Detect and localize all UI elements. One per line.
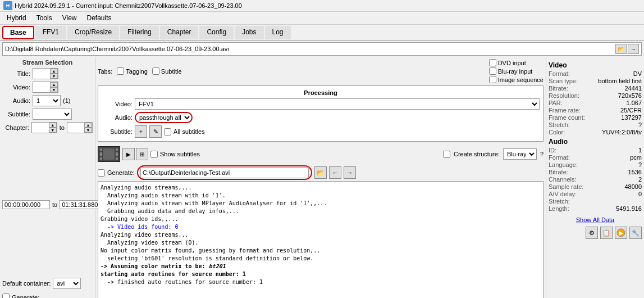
subtitle-select[interactable]	[33, 109, 72, 120]
title-row: Title: 1 ▲ ▼	[2, 68, 93, 79]
processing-box: Processing Video: FFV1 Audio: passthroug…	[98, 85, 543, 142]
chapter-from-input[interactable]: 0	[32, 124, 49, 132]
log-line-6: Analyzing video streams...	[101, 231, 541, 239]
info-resolution-key: Resolution:	[549, 92, 579, 99]
image-seq-label[interactable]: Image sequence	[489, 76, 543, 83]
proc-video-row: Video: FFV1	[102, 98, 540, 110]
log-line-3: Grabbing audio data and delay infos,...	[101, 207, 541, 215]
input-options: DVD input Blu-ray input Image sequence	[489, 59, 543, 83]
video-spin-down[interactable]: ▼	[50, 87, 58, 92]
info-par-key: PAR:	[549, 100, 563, 106]
subtitle-edit-btn[interactable]: ✎	[149, 125, 162, 138]
tab-config[interactable]: Config	[199, 26, 234, 39]
subtitle-all-checkbox[interactable]	[164, 128, 171, 136]
audio-length-key: Length:	[549, 205, 569, 212]
file-arrow-right-button[interactable]: →	[628, 44, 639, 54]
video-spin-up[interactable]: ▲	[50, 82, 58, 87]
bottom-icon-1[interactable]: ⚙	[586, 227, 598, 239]
audio-language-val: ?	[638, 161, 642, 168]
tab-filtering[interactable]: Filtering	[120, 26, 159, 39]
chapter-from-down[interactable]: ▼	[49, 128, 57, 133]
subtitle-add-btn[interactable]: +	[135, 125, 147, 138]
create-structure-select[interactable]: Blu-ray	[503, 148, 537, 160]
subtitle-checkbox-label[interactable]: Subtitle	[152, 67, 182, 75]
tab-jobs[interactable]: Jobs	[235, 26, 263, 39]
tagging-checkbox-label[interactable]: Tagging	[117, 67, 148, 75]
title-bar: H Hybrid 2024.09.29.1 - Current input: C…	[0, 0, 644, 12]
tab-base[interactable]: Base	[2, 26, 34, 39]
log-line-11: starting auto routines for source number…	[101, 270, 541, 278]
view-btn-2[interactable]: ⊞	[136, 148, 148, 160]
chapter-from-up[interactable]: ▲	[49, 123, 57, 128]
container-select[interactable]: avi	[53, 278, 81, 289]
tab-chapter[interactable]: Chapter	[160, 26, 199, 39]
audio-samplerate-key: Sample rate:	[549, 183, 583, 190]
output-forward-btn[interactable]: →	[344, 166, 356, 179]
dvd-input-label[interactable]: DVD input	[489, 59, 543, 66]
title-spin-input[interactable]: 1	[33, 70, 50, 78]
file-path-input[interactable]	[5, 46, 615, 52]
create-structure-area: Create structure: Blu-ray ?	[443, 148, 543, 160]
output-folder-btn[interactable]: 📂	[314, 166, 327, 179]
bluray-input-label[interactable]: Blu-ray input	[489, 67, 543, 75]
proc-video-select[interactable]: FFV1	[135, 98, 540, 110]
audio-stretch-row: Stretch:	[549, 198, 642, 205]
tagging-checkbox[interactable]	[117, 67, 124, 75]
log-line-2: Analyzing audio stream with MPlayer Audi…	[101, 200, 541, 207]
tab-ffv1[interactable]: FFV1	[35, 26, 66, 39]
chapter-to-down[interactable]: ▼	[84, 128, 92, 133]
create-structure-checkbox[interactable]	[443, 151, 450, 158]
audio-channels-val: 2	[638, 176, 642, 183]
bottom-icon-3[interactable]: ▶	[615, 227, 627, 239]
bluray-input-text: Blu-ray input	[498, 68, 533, 75]
proc-audio-select[interactable]: passthrough all	[135, 112, 193, 123]
chapter-to-spin: 0 ▲ ▼	[67, 122, 93, 133]
chapter-to-input[interactable]: 0	[67, 124, 84, 132]
menu-view[interactable]: View	[58, 13, 81, 23]
tab-log[interactable]: Log	[265, 26, 291, 39]
audio-stretch-key: Stretch:	[549, 198, 570, 205]
subtitle-checkbox[interactable]	[152, 67, 159, 75]
info-framerate-key: Frame rate:	[549, 107, 581, 114]
audio-id-row: ID: 1	[549, 147, 642, 153]
menu-defaults[interactable]: Defaults	[83, 13, 116, 23]
film-strip-icon	[98, 146, 120, 162]
show-subtitles-checkbox[interactable]	[150, 151, 158, 158]
title-spin-up[interactable]: ▲	[50, 69, 58, 74]
audio-samplerate-val: 48000	[624, 183, 642, 190]
bluray-input-checkbox[interactable]	[489, 67, 496, 75]
show-all-data-link[interactable]: Show All Data	[549, 216, 642, 223]
dvd-input-checkbox[interactable]	[489, 59, 496, 66]
generate-label: Generate:	[12, 294, 39, 299]
tab-bar: Base FFV1 Crop/Resize Filtering Chapter …	[0, 25, 644, 41]
menu-bar: Hybrid Tools View Defaults	[0, 12, 644, 25]
svg-rect-1	[100, 148, 102, 151]
title-spin: 1 ▲ ▼	[33, 68, 58, 79]
create-structure-label: Create structure:	[454, 151, 500, 157]
audio-bitrate-row: Bitrate: 1536	[549, 169, 642, 175]
log-area: Analyzing audio streams,... Analyzing au…	[98, 181, 543, 298]
view-btn-1[interactable]: ▶	[122, 148, 135, 160]
chapter-to-up[interactable]: ▲	[84, 123, 92, 128]
audio-format-val: pcm	[630, 154, 642, 161]
time-from-input[interactable]: 00:00:00.000	[2, 200, 50, 209]
info-framerate-val: 25/CFR	[620, 107, 642, 114]
video-spin-input[interactable]: 1	[33, 83, 50, 91]
menu-hybrid[interactable]: Hybrid	[2, 13, 31, 23]
title-spin-down[interactable]: ▼	[50, 74, 58, 79]
file-open-button[interactable]: 📂	[615, 44, 627, 54]
tabs-header: Tabs: Tagging Subtitle DVD input Blu-ray…	[98, 59, 543, 83]
subtitle-tabs-label: Subtitle	[161, 68, 182, 75]
audio-select[interactable]: 1	[33, 95, 61, 106]
bottom-icon-4[interactable]: 🔧	[629, 227, 642, 239]
output-path-input[interactable]: C:\Output\Deinterlacing-Test.avi	[140, 167, 309, 178]
file-path-bar: 📂 →	[2, 42, 642, 56]
generate-output-checkbox[interactable]	[98, 169, 105, 177]
generate-checkbox[interactable]	[2, 294, 10, 298]
svg-rect-6	[116, 157, 118, 160]
tab-crop-resize[interactable]: Crop/Resize	[67, 26, 119, 39]
output-back-btn[interactable]: ←	[329, 166, 341, 179]
image-seq-checkbox[interactable]	[489, 76, 496, 83]
bottom-icon-2[interactable]: 📋	[600, 227, 613, 239]
menu-tools[interactable]: Tools	[32, 13, 57, 23]
